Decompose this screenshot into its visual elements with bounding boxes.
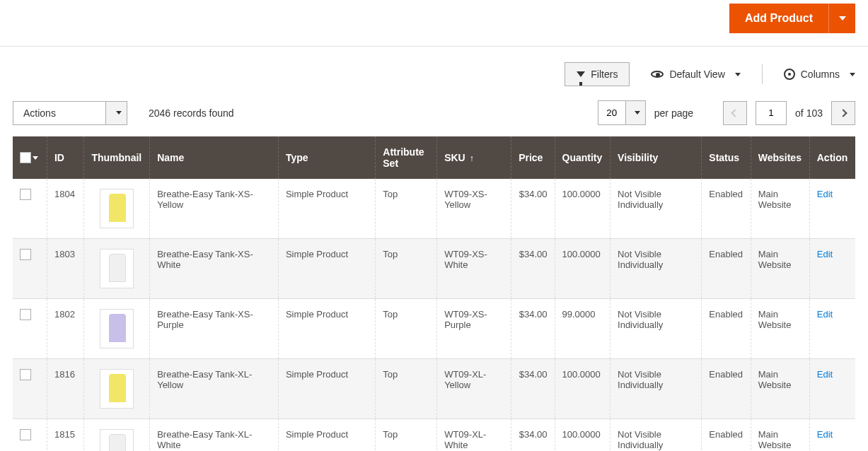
per-page-label: per page [654,107,693,119]
cell-websites: Main Website [751,419,809,452]
cell-name: Breathe-Easy Tank-XS-Yellow [150,179,279,239]
col-checkbox[interactable] [13,136,47,179]
row-checkbox[interactable] [20,369,31,380]
filter-icon [577,71,585,77]
cell-name: Breathe-Easy Tank-XS-White [150,239,279,299]
cell-websites: Main Website [751,299,809,359]
table-row[interactable]: 1816Breathe-Easy Tank-XL-YellowSimple Pr… [13,359,855,419]
row-checkbox[interactable] [20,189,31,200]
cell-status: Enabled [702,179,751,239]
filters-label: Filters [591,69,618,80]
actions-label: Actions [13,102,105,124]
cell-status: Enabled [702,299,751,359]
col-id[interactable]: ID [47,136,84,179]
cell-visibility: Not Visible Individually [611,179,702,239]
toolbar-divider [762,64,763,84]
cell-id: 1803 [47,239,84,299]
left-controls: Actions 2046 records found [13,101,234,125]
default-view-dropdown[interactable]: Default View [651,69,740,80]
table-header-row: ID Thumbnail Name Type Attribute Set SKU… [13,136,855,179]
col-sku-label: SKU [444,152,465,163]
cell-sku: WT09-XS-Yellow [437,179,511,239]
columns-label: Columns [801,69,840,80]
edit-link[interactable]: Edit [817,429,833,440]
per-page-input[interactable] [598,100,626,125]
edit-link[interactable]: Edit [817,249,833,259]
cell-type: Simple Product [278,359,375,419]
table-row[interactable]: 1804Breathe-Easy Tank-XS-YellowSimple Pr… [13,179,855,239]
cell-sku: WT09-XL-White [437,419,511,452]
cell-sku: WT09-XL-Yellow [437,359,511,419]
select-all-checkbox[interactable] [20,152,31,163]
product-thumbnail[interactable] [100,369,134,409]
cell-type: Simple Product [278,239,375,299]
table-row[interactable]: 1815Breathe-Easy Tank-XL-WhiteSimple Pro… [13,419,855,452]
cell-status: Enabled [702,359,751,419]
product-thumbnail[interactable] [100,249,134,288]
product-thumbnail[interactable] [100,189,134,228]
cell-id: 1815 [47,419,84,452]
cell-type: Simple Product [278,179,375,239]
chevron-down-icon [116,111,122,115]
cell-id: 1802 [47,299,84,359]
per-page-dropdown[interactable] [626,100,646,125]
next-page-button[interactable] [831,101,855,125]
add-product-button[interactable]: Add Product [729,4,828,33]
cell-visibility: Not Visible Individually [611,239,702,299]
actions-dropdown[interactable]: Actions [13,101,127,125]
cell-attribute-set: Top [376,359,437,419]
col-price[interactable]: Price [511,136,555,179]
grid-toolbar: Filters Default View Columns [0,47,868,100]
filters-button[interactable]: Filters [565,62,630,86]
cell-id: 1804 [47,179,84,239]
controls-row: Actions 2046 records found per page of 1… [0,100,868,136]
col-sku[interactable]: SKU↑ [437,136,511,179]
row-checkbox[interactable] [20,429,31,440]
col-quantity[interactable]: Quantity [555,136,611,179]
page-input[interactable] [756,101,787,125]
records-count: 2046 records found [149,107,234,119]
col-thumbnail[interactable]: Thumbnail [84,136,150,179]
product-thumbnail[interactable] [100,309,134,348]
table-row[interactable]: 1803Breathe-Easy Tank-XS-WhiteSimple Pro… [13,239,855,299]
col-visibility[interactable]: Visibility [611,136,702,179]
products-table: ID Thumbnail Name Type Attribute Set SKU… [13,136,855,451]
cell-quantity: 100.0000 [555,419,611,452]
chevron-down-icon [850,73,855,76]
col-name[interactable]: Name [150,136,279,179]
chevron-down-icon [735,73,741,76]
cell-sku: WT09-XS-White [437,239,511,299]
col-attribute-set[interactable]: Attribute Set [376,136,437,179]
col-action[interactable]: Action [809,136,855,179]
cell-name: Breathe-Easy Tank-XS-Purple [150,299,279,359]
cell-quantity: 100.0000 [555,359,611,419]
cell-type: Simple Product [278,299,375,359]
actions-toggle[interactable] [105,102,127,124]
cell-price: $34.00 [511,299,555,359]
cell-websites: Main Website [751,179,809,239]
cell-quantity: 99.0000 [555,299,611,359]
row-checkbox[interactable] [20,249,31,260]
col-websites[interactable]: Websites [751,136,809,179]
chevron-right-icon [839,109,847,117]
col-status[interactable]: Status [702,136,751,179]
edit-link[interactable]: Edit [817,369,833,380]
prev-page-button[interactable] [723,101,747,125]
chevron-down-icon [635,111,640,115]
columns-dropdown[interactable]: Columns [784,69,855,80]
table-row[interactable]: 1802Breathe-Easy Tank-XS-PurpleSimple Pr… [13,299,855,359]
select-all-dropdown[interactable] [33,156,38,160]
chevron-left-icon [731,109,739,117]
cell-attribute-set: Top [376,299,437,359]
col-type[interactable]: Type [278,136,375,179]
product-thumbnail[interactable] [100,429,134,451]
add-product-group: Add Product [729,4,855,33]
edit-link[interactable]: Edit [817,189,833,199]
cell-id: 1816 [47,359,84,419]
add-product-dropdown[interactable] [828,4,855,33]
cell-quantity: 100.0000 [555,239,611,299]
cell-name: Breathe-Easy Tank-XL-White [150,419,279,452]
edit-link[interactable]: Edit [817,309,833,320]
cell-status: Enabled [702,239,751,299]
row-checkbox[interactable] [20,309,31,320]
